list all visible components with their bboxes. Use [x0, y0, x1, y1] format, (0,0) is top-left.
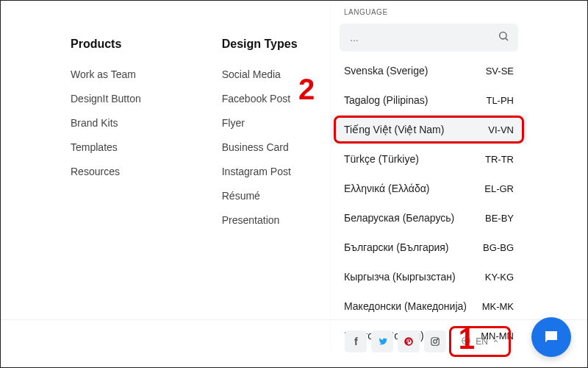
design-types-list: Social Media Facebook Post Flyer Busines… [222, 68, 298, 226]
language-name: Svenska (Sverige) [344, 65, 428, 77]
language-code: KY-KG [485, 272, 514, 283]
language-option[interactable]: Svenska (Sverige)SV-SE [331, 56, 527, 85]
pinterest-icon[interactable] [398, 330, 420, 353]
chevron-up-icon [492, 336, 499, 347]
svg-point-0 [500, 32, 506, 39]
list-item[interactable]: Business Card [222, 141, 298, 153]
language-code: MK-MK [482, 301, 514, 312]
design-types-column: Design Types Social Media Facebook Post … [222, 38, 298, 238]
facebook-icon[interactable]: f [345, 330, 367, 353]
language-option[interactable]: Ελληνικά (Ελλάδα)EL-GR [331, 174, 527, 203]
list-item[interactable]: Social Media [222, 68, 298, 80]
list-item[interactable]: Flyer [222, 117, 298, 129]
language-name: Македонски (Македонија) [344, 300, 467, 312]
language-panel: LANGUAGE Svenska (Sverige)SV-SETagalog (… [330, 1, 527, 350]
twitter-icon[interactable] [371, 330, 393, 353]
language-option[interactable]: Türkçe (Türkiye)TR-TR [331, 144, 527, 174]
language-search-input[interactable] [340, 24, 518, 52]
language-code: VI-VN [488, 124, 514, 135]
list-item[interactable]: Resources [71, 166, 141, 177]
products-title: Products [71, 38, 141, 51]
language-panel-title: LANGUAGE [331, 8, 527, 24]
language-option[interactable]: Български (България)BG-BG [331, 233, 527, 262]
language-name: Беларуская (Беларусь) [344, 212, 454, 224]
svg-line-1 [506, 38, 508, 40]
language-code: EL-GR [484, 183, 514, 194]
svg-point-4 [434, 340, 437, 344]
language-code: BG-BG [483, 242, 514, 253]
language-name: Tiếng Việt (Việt Nam) [344, 124, 444, 135]
language-name: Tagalog (Pilipinas) [344, 94, 428, 106]
callout-number-2: 2 [298, 73, 315, 106]
language-button-label: EN [476, 336, 488, 347]
list-item[interactable]: Work as Team [71, 68, 141, 80]
language-code: TL-PH [486, 95, 514, 106]
social-icons: f [345, 330, 446, 353]
list-item[interactable]: Presentation [222, 214, 298, 226]
language-option[interactable]: Tiếng Việt (Việt Nam)VI-VN [331, 115, 527, 144]
instagram-icon[interactable] [424, 330, 446, 353]
language-name: Кыргызча (Кыргызстан) [344, 271, 456, 283]
language-option[interactable]: Македонски (Македонија)MK-MK [331, 291, 527, 321]
products-column: Products Work as Team DesignIt Button Br… [71, 38, 141, 238]
language-name: Ελληνικά (Ελλάδα) [344, 183, 429, 194]
language-code: BE-BY [485, 213, 514, 224]
list-item[interactable]: DesignIt Button [71, 93, 141, 105]
list-item[interactable]: Facebook Post [222, 93, 298, 105]
language-list: Svenska (Sverige)SV-SETagalog (Pilipinas… [331, 56, 527, 350]
list-item[interactable]: Résumé [222, 190, 298, 202]
language-option[interactable]: Беларуская (Беларусь)BE-BY [331, 203, 527, 233]
language-code: TR-TR [485, 154, 514, 165]
bottom-bar: f EN [1, 319, 587, 353]
search-icon [498, 30, 509, 45]
list-item[interactable]: Templates [71, 141, 141, 153]
language-option[interactable]: Кыргызча (Кыргызстан)KY-KG [331, 262, 527, 291]
chat-button[interactable] [531, 317, 571, 357]
svg-point-5 [437, 339, 438, 339]
language-name: Türkçe (Türkiye) [344, 153, 419, 165]
list-item[interactable]: Brand Kits [71, 117, 141, 129]
design-types-title: Design Types [222, 38, 298, 51]
language-code: SV-SE [486, 66, 514, 77]
callout-number-1: 1 [459, 322, 475, 355]
products-list: Work as Team DesignIt Button Brand Kits … [71, 68, 141, 177]
language-option[interactable]: Tagalog (Pilipinas)TL-PH [331, 85, 527, 115]
language-search-wrap [340, 24, 518, 52]
language-name: Български (България) [344, 241, 449, 253]
list-item[interactable]: Instagram Post [222, 166, 298, 177]
